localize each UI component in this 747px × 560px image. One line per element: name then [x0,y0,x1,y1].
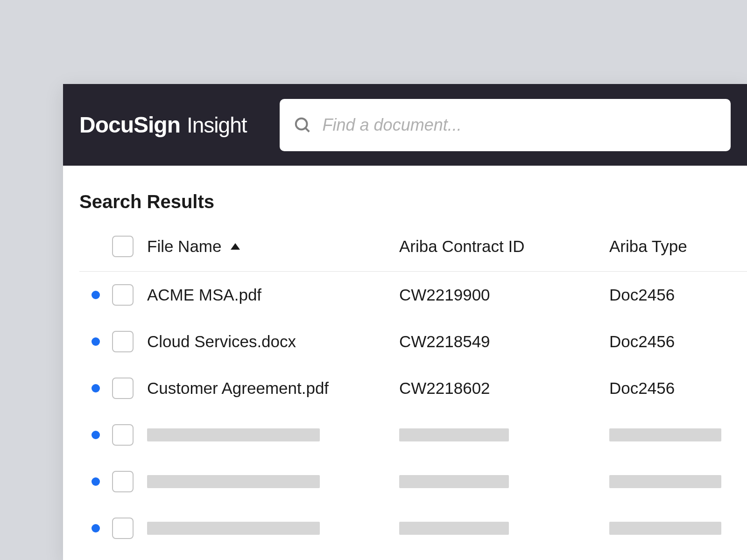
cell-contract-id: CW2218549 [399,332,609,351]
row-checkbox[interactable] [112,378,134,399]
cell-filename: ACME MSA.pdf [147,286,399,304]
skeleton-placeholder [609,522,721,535]
table-row[interactable]: Cloud Services.docx CW2218549 Doc2456 [79,318,747,365]
status-dot-icon [92,477,100,486]
cell-filename: Customer Agreement.pdf [147,379,399,398]
svg-line-1 [305,128,309,132]
column-header-ariba-type[interactable]: Ariba Type [609,237,747,256]
app-window: DocuSign Insight Search Results File Nam… [63,84,747,560]
row-checkbox[interactable] [112,518,134,539]
sort-ascending-icon [231,243,240,250]
cell-ariba-type: Doc2456 [609,379,747,398]
results-table: File Name Ariba Contract ID Ariba Type A… [79,236,747,552]
header: DocuSign Insight [63,84,747,166]
skeleton-placeholder [147,522,320,535]
column-header-ariba-type-label: Ariba Type [609,237,687,256]
column-header-contract-id[interactable]: Ariba Contract ID [399,237,609,256]
table-header: File Name Ariba Contract ID Ariba Type [79,236,747,272]
cell-ariba-type: Doc2456 [609,286,747,304]
section-title: Search Results [79,191,747,212]
table-row-skeleton [79,458,747,505]
column-header-filename-label: File Name [147,237,221,256]
status-dot-icon [92,524,100,532]
skeleton-placeholder [147,428,320,441]
status-dot-icon [92,431,100,439]
cell-filename: Cloud Services.docx [147,332,399,351]
search-container[interactable] [280,99,731,151]
column-header-contract-id-label: Ariba Contract ID [399,237,524,256]
select-all-checkbox[interactable] [112,236,134,257]
skeleton-placeholder [147,475,320,488]
svg-point-0 [296,118,307,129]
row-checkbox[interactable] [112,331,134,352]
skeleton-placeholder [399,428,509,441]
skeleton-placeholder [399,475,509,488]
status-dot-icon [92,291,100,299]
search-input[interactable] [323,115,717,135]
cell-contract-id: CW2219900 [399,286,609,304]
table-row-skeleton [79,412,747,458]
table-row[interactable]: ACME MSA.pdf CW2219900 Doc2456 [79,272,747,318]
status-dot-icon [92,337,100,346]
row-checkbox[interactable] [112,424,134,446]
row-checkbox[interactable] [112,471,134,492]
table-row-skeleton [79,505,747,552]
search-icon [294,116,311,134]
row-checkbox[interactable] [112,284,134,306]
logo-product: Insight [187,112,247,138]
content: Search Results File Name Ariba Contract … [63,166,747,552]
logo: DocuSign Insight [79,112,247,138]
skeleton-placeholder [609,475,721,488]
column-header-filename[interactable]: File Name [147,237,399,256]
status-dot-icon [92,384,100,392]
logo-brand: DocuSign [79,112,180,138]
cell-ariba-type: Doc2456 [609,332,747,351]
skeleton-placeholder [399,522,509,535]
table-row[interactable]: Customer Agreement.pdf CW2218602 Doc2456 [79,365,747,412]
cell-contract-id: CW2218602 [399,379,609,398]
skeleton-placeholder [609,428,721,441]
